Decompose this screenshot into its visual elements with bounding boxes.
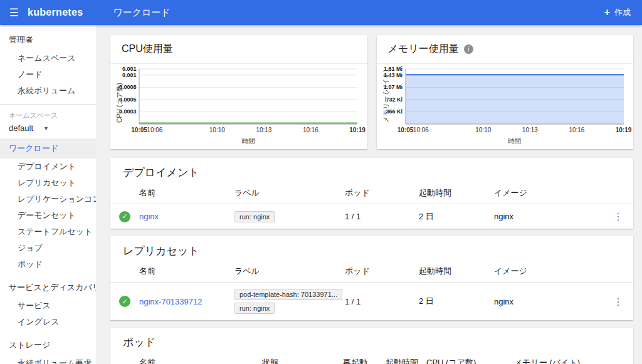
pods-header-row: 名前 状態 再起動 起動時間 CPU (コア数) メモリー (バイト) bbox=[110, 353, 633, 364]
sidebar-section-services-discovery[interactable]: サービスとディスカバリー bbox=[0, 273, 96, 298]
x-tick-label: 10:16 bbox=[297, 127, 324, 133]
namespace-selected-value: default bbox=[9, 123, 33, 133]
chart-canvas bbox=[110, 64, 367, 149]
memory-chart-title: メモリー使用量 bbox=[388, 43, 459, 56]
x-axis-label: 時間 bbox=[406, 137, 624, 146]
y-tick-label: 0.001 bbox=[122, 72, 137, 78]
col-header-name: 名前 bbox=[139, 187, 234, 199]
chevron-down-icon: ▼ bbox=[43, 125, 49, 132]
hamburger-menu-icon[interactable]: ☰ bbox=[0, 6, 28, 19]
y-tick-label: 0.001 bbox=[122, 66, 137, 72]
deployment-name-link[interactable]: nginx bbox=[139, 212, 159, 221]
memory-usage-card: メモリー使用量 i 1.61 Mi1.43 Mi1.07 Mi732 Ki366… bbox=[377, 35, 634, 149]
sidebar-item-services[interactable]: サービス bbox=[0, 298, 96, 314]
sidebar-item-jobs[interactable]: ジョブ bbox=[0, 240, 96, 256]
replica-set-name-link[interactable]: nginx-701339712 bbox=[139, 297, 202, 306]
more-vert-icon[interactable]: ⋮ bbox=[613, 211, 623, 222]
cpu-usage-card: CPU使用量 0.0010.0010.00080.00050.000310:05… bbox=[110, 35, 367, 149]
x-tick-label: 10:16 bbox=[563, 127, 591, 133]
x-axis-label: 時間 bbox=[139, 137, 357, 146]
col-header-labels: ラベル bbox=[234, 266, 345, 277]
info-icon[interactable]: i bbox=[464, 44, 473, 54]
sidebar-item-replication-controllers[interactable]: レプリケーションコントローラ bbox=[0, 191, 96, 207]
col-header-status: 状態 bbox=[262, 357, 343, 364]
x-tick-label: 10:13 bbox=[250, 127, 278, 133]
col-header-age: 起動時間 bbox=[419, 187, 494, 199]
col-header-pods: ポッド bbox=[345, 187, 419, 199]
sidebar-item-ingresses[interactable]: イングレス bbox=[0, 314, 96, 330]
status-ok-icon: ✓ bbox=[119, 211, 130, 222]
col-header-labels: ラベル bbox=[234, 187, 345, 199]
age-value: 2 日 bbox=[419, 296, 494, 307]
create-button[interactable]: + 作成 bbox=[604, 7, 631, 18]
col-header-cpu: CPU (コア数) bbox=[426, 357, 514, 364]
memory-usage-chart: 1.61 Mi1.43 Mi1.07 Mi732 Ki366 Ki10:0510… bbox=[377, 64, 634, 149]
page-title: ワークロード bbox=[113, 7, 170, 19]
label-chip: run: nginx bbox=[234, 303, 275, 314]
sidebar-section-admin[interactable]: 管理者 bbox=[0, 25, 96, 50]
col-header-images: イメージ bbox=[494, 187, 603, 199]
sidebar-item-nodes[interactable]: ノード bbox=[0, 66, 96, 83]
x-tick-label: 10:06 bbox=[407, 127, 434, 133]
deployments-card: デプロイメント 名前 ラベル ポッド 起動時間 イメージ ✓ nginx run… bbox=[110, 158, 633, 229]
x-tick-label: 10:06 bbox=[141, 127, 169, 133]
col-header-name: 名前 bbox=[139, 357, 262, 364]
label-chip: run: nginx bbox=[234, 211, 275, 222]
y-axis-label: メモリー (バイト) bbox=[382, 70, 391, 123]
namespace-label: ネームスペース bbox=[0, 105, 96, 120]
col-header-age: 起動時間 bbox=[386, 357, 426, 364]
main-content: CPU使用量 0.0010.0010.00080.00050.000310:05… bbox=[96, 25, 642, 364]
col-header-name: 名前 bbox=[139, 266, 234, 277]
deployments-header-row: 名前 ラベル ポッド 起動時間 イメージ bbox=[110, 184, 633, 204]
sidebar-item-persistent-volume-claims[interactable]: 永続ボリューム要求 bbox=[0, 355, 96, 364]
x-tick-label: 10:19 bbox=[610, 127, 638, 133]
pods-card: ポッド 名前 状態 再起動 起動時間 CPU (コア数) メモリー (バイト) … bbox=[110, 328, 633, 364]
namespace-selector[interactable]: default ▼ bbox=[0, 120, 96, 138]
brand-logo[interactable]: kubernetes bbox=[28, 7, 83, 18]
col-header-restarts: 再起動 bbox=[343, 357, 386, 364]
status-ok-icon: ✓ bbox=[119, 296, 130, 307]
y-axis-label: CPU (コア数) bbox=[115, 83, 124, 123]
sidebar-item-persistent-volumes[interactable]: 永続ボリューム bbox=[0, 83, 96, 99]
sidebar-item-stateful-sets[interactable]: ステートフルセット bbox=[0, 224, 96, 240]
image-value: nginx bbox=[494, 297, 603, 306]
x-tick-label: 10:19 bbox=[344, 127, 371, 133]
age-value: 2 日 bbox=[419, 211, 494, 222]
cpu-usage-chart: 0.0010.0010.00080.00050.000310:0510:0610… bbox=[110, 64, 367, 149]
plus-icon: + bbox=[604, 7, 610, 18]
sidebar: 管理者 ネームスペース ノード 永続ボリューム ネームスペース default … bbox=[0, 25, 96, 364]
replica-sets-title: レプリカセット bbox=[110, 236, 633, 262]
sidebar-section-storage[interactable]: ストレージ bbox=[0, 330, 96, 355]
app-header: ☰ kubernetes ワークロード + 作成 bbox=[0, 0, 642, 25]
sidebar-item-daemon-sets[interactable]: デーモンセット bbox=[0, 207, 96, 224]
sidebar-item-deployments[interactable]: デプロイメント bbox=[0, 159, 96, 175]
replica-sets-card: レプリカセット 名前 ラベル ポッド 起動時間 イメージ ✓ nginx-701… bbox=[110, 236, 633, 320]
col-header-pods: ポッド bbox=[345, 266, 419, 277]
label-chip: pod-template-hash: 70133971... bbox=[234, 289, 342, 300]
create-button-label: 作成 bbox=[614, 7, 631, 18]
image-value: nginx bbox=[494, 212, 603, 221]
sidebar-item-replica-sets[interactable]: レプリカセット bbox=[0, 175, 96, 191]
deployment-row: ✓ nginx run: nginx 1 / 1 2 日 nginx ⋮ bbox=[110, 204, 633, 229]
more-vert-icon[interactable]: ⋮ bbox=[613, 296, 623, 307]
cpu-chart-title: CPU使用量 bbox=[122, 43, 173, 56]
deployments-title: デプロイメント bbox=[110, 158, 633, 184]
sidebar-item-workloads[interactable]: ワークロード bbox=[0, 138, 96, 159]
pods-title: ポッド bbox=[110, 328, 633, 353]
col-header-images: イメージ bbox=[494, 266, 603, 277]
col-header-memory: メモリー (バイト) bbox=[514, 357, 589, 364]
x-tick-label: 10:10 bbox=[470, 127, 497, 133]
x-tick-label: 10:13 bbox=[516, 127, 544, 133]
sidebar-item-namespaces[interactable]: ネームスペース bbox=[0, 50, 96, 66]
pods-count: 1 / 1 bbox=[345, 212, 419, 221]
pods-count: 1 / 1 bbox=[345, 297, 419, 306]
replica-set-row: ✓ nginx-701339712 pod-template-hash: 701… bbox=[110, 283, 633, 320]
replica-sets-header-row: 名前 ラベル ポッド 起動時間 イメージ bbox=[110, 262, 633, 283]
x-tick-label: 10:10 bbox=[203, 127, 231, 133]
col-header-age: 起動時間 bbox=[419, 266, 494, 277]
sidebar-item-pods[interactable]: ポッド bbox=[0, 256, 96, 273]
chart-canvas bbox=[377, 64, 634, 149]
